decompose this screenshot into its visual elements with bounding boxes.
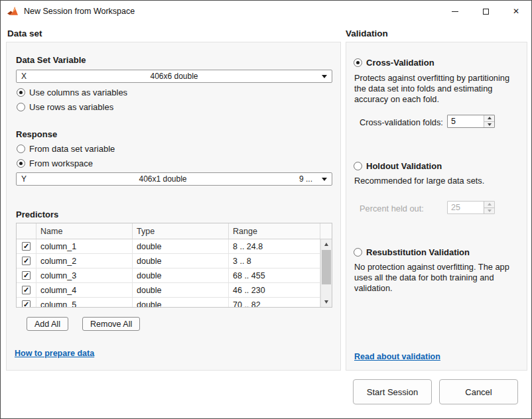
header-range: Range bbox=[229, 223, 320, 239]
matlab-icon bbox=[7, 6, 19, 17]
cell-type: double bbox=[133, 269, 229, 282]
cell-type: double bbox=[133, 254, 229, 268]
cell-range: 68 .. 455 bbox=[229, 269, 320, 282]
row-checkbox-cell[interactable] bbox=[17, 298, 36, 307]
cross-validation-description: Protects against overfitting by partitio… bbox=[354, 73, 521, 105]
data-set-variable-dropdown[interactable]: X 406x6 double bbox=[16, 70, 332, 83]
checkbox-icon[interactable] bbox=[22, 242, 31, 251]
cell-name: column_4 bbox=[36, 283, 133, 297]
spinner-down-button bbox=[484, 208, 494, 214]
radio-label: Use columns as variables bbox=[29, 88, 127, 97]
checkbox-icon[interactable] bbox=[22, 271, 31, 280]
radio-label: Use rows as variables bbox=[29, 102, 113, 112]
dropdown-value: Y bbox=[21, 174, 27, 184]
table-scrollbar[interactable] bbox=[320, 239, 332, 307]
table-row[interactable]: column_5 double 70 .. 82 bbox=[17, 298, 320, 307]
how-to-prepare-data-link[interactable]: How to prepare data bbox=[15, 349, 94, 358]
cell-name: column_3 bbox=[36, 269, 133, 282]
predictors-label: Predictors bbox=[16, 210, 58, 219]
radio-resubstitution-validation[interactable]: Resubstitution Validation bbox=[354, 247, 470, 257]
table-row[interactable]: column_4 double 46 .. 230 bbox=[17, 283, 320, 298]
radio-icon[interactable] bbox=[354, 248, 362, 257]
cancel-button[interactable]: Cancel bbox=[439, 379, 518, 404]
cell-name: column_1 bbox=[36, 239, 133, 253]
radio-from-dataset-variable[interactable]: From data set variable bbox=[17, 143, 115, 154]
radio-holdout-validation[interactable]: Holdout Validation bbox=[354, 160, 442, 171]
dataset-panel: Data Set Variable X 406x6 double Use col… bbox=[6, 42, 341, 371]
dropdown-detail: 406x1 double bbox=[27, 174, 299, 184]
dropdown-detail: 406x6 double bbox=[27, 72, 322, 81]
dropdown-value: X bbox=[21, 72, 27, 81]
close-icon: ✕ bbox=[513, 7, 519, 15]
radio-use-rows[interactable]: Use rows as variables bbox=[17, 101, 113, 112]
window-title: New Session from Workspace bbox=[24, 7, 135, 16]
checkbox-icon[interactable] bbox=[22, 257, 31, 265]
spinner-up-button[interactable] bbox=[484, 115, 494, 122]
cell-range: 70 .. 82 bbox=[229, 298, 320, 307]
header-type: Type bbox=[133, 223, 229, 239]
radio-label: Cross-Validation bbox=[366, 58, 434, 68]
spinner-up-button bbox=[484, 202, 494, 208]
cell-range: 3 .. 8 bbox=[229, 254, 320, 268]
titlebar: New Session from Workspace ✕ bbox=[1, 1, 531, 22]
table-row[interactable]: column_3 double 68 .. 455 bbox=[17, 269, 320, 283]
table-row[interactable]: column_2 double 3 .. 8 bbox=[17, 254, 320, 269]
validation-heading: Validation bbox=[346, 29, 388, 38]
percent-value: 25 bbox=[448, 202, 484, 213]
add-all-button[interactable]: Add All bbox=[27, 317, 68, 331]
read-about-validation-link[interactable]: Read about validation bbox=[354, 352, 440, 361]
row-checkbox-cell[interactable] bbox=[17, 283, 36, 297]
holdout-description: Recommended for large data sets. bbox=[354, 176, 521, 186]
header-checkbox-column bbox=[17, 223, 36, 239]
radio-icon[interactable] bbox=[354, 162, 362, 170]
dropdown-extra: 9 ... bbox=[299, 174, 312, 184]
maximize-icon bbox=[483, 9, 489, 15]
scroll-up-icon bbox=[324, 243, 328, 246]
radio-label: Resubstitution Validation bbox=[366, 247, 470, 257]
minimize-button[interactable] bbox=[440, 1, 470, 22]
scrollbar-down-button[interactable] bbox=[321, 297, 332, 307]
percent-held-out-spinner: 25 bbox=[447, 201, 495, 214]
cell-type: double bbox=[133, 298, 229, 307]
window-controls: ✕ bbox=[440, 1, 531, 22]
spinner-down-icon bbox=[488, 210, 492, 212]
maximize-button[interactable] bbox=[470, 1, 501, 22]
row-checkbox-cell[interactable] bbox=[17, 254, 36, 268]
scrollbar-thumb[interactable] bbox=[322, 250, 331, 284]
data-set-variable-label: Data Set Variable bbox=[16, 55, 86, 65]
cell-type: double bbox=[133, 239, 229, 253]
spinner-down-button[interactable] bbox=[484, 122, 494, 128]
dataset-heading: Data set bbox=[7, 29, 42, 38]
dialog-window: New Session from Workspace ✕ Data set Va… bbox=[0, 0, 532, 419]
scroll-down-icon bbox=[324, 300, 328, 304]
checkbox-icon[interactable] bbox=[22, 286, 31, 294]
radio-icon[interactable] bbox=[354, 58, 362, 67]
start-session-button[interactable]: Start Session bbox=[353, 379, 432, 404]
radio-from-workspace[interactable]: From workspace bbox=[17, 158, 93, 168]
response-variable-dropdown[interactable]: Y 406x1 double 9 ... bbox=[16, 172, 332, 186]
radio-icon[interactable] bbox=[17, 88, 25, 97]
radio-icon[interactable] bbox=[17, 103, 25, 111]
spinner-buttons bbox=[484, 115, 494, 127]
remove-all-button[interactable]: Remove All bbox=[82, 317, 140, 331]
radio-icon[interactable] bbox=[17, 159, 25, 168]
scrollbar-up-button[interactable] bbox=[321, 239, 332, 249]
cell-type: double bbox=[133, 283, 229, 297]
spinner-up-icon bbox=[488, 203, 492, 206]
spinner-down-icon bbox=[488, 123, 492, 126]
checkbox-icon[interactable] bbox=[22, 300, 31, 307]
folds-value[interactable]: 5 bbox=[448, 115, 484, 127]
cell-range: 8 .. 24.8 bbox=[229, 239, 320, 253]
row-checkbox-cell[interactable] bbox=[17, 269, 36, 282]
chevron-down-icon bbox=[322, 75, 327, 78]
cross-validation-folds-label: Cross-validation folds: bbox=[360, 117, 443, 127]
radio-use-columns[interactable]: Use columns as variables bbox=[17, 87, 127, 97]
cross-validation-folds-spinner[interactable]: 5 bbox=[447, 115, 495, 128]
table-header: Name Type Range bbox=[17, 223, 332, 239]
close-button[interactable]: ✕ bbox=[501, 1, 531, 22]
row-checkbox-cell[interactable] bbox=[17, 239, 36, 253]
radio-icon[interactable] bbox=[17, 145, 25, 153]
table-row[interactable]: column_1 double 8 .. 24.8 bbox=[17, 239, 320, 254]
radio-cross-validation[interactable]: Cross-Validation bbox=[354, 57, 434, 68]
predictors-table: Name Type Range column_1 double 8 .. 24.… bbox=[16, 223, 332, 308]
